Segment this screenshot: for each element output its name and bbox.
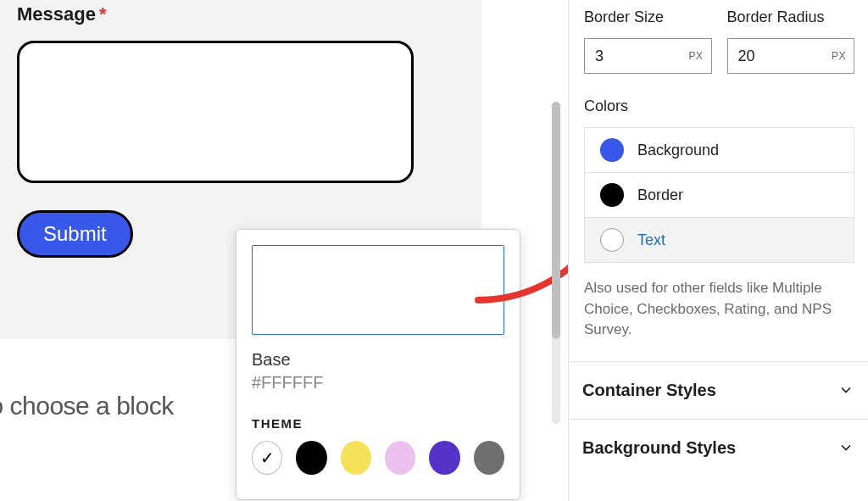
message-textarea[interactable]	[17, 41, 414, 183]
scrollbar-thumb[interactable]	[552, 102, 560, 339]
color-row-text-label: Text	[637, 231, 665, 249]
container-styles-label: Container Styles	[582, 381, 716, 400]
border-radius-label: Border Radius	[727, 8, 855, 26]
theme-heading: THEME	[252, 416, 504, 431]
color-name-label: Base	[252, 350, 504, 370]
theme-swatch-white[interactable]: ✓	[252, 441, 282, 475]
theme-swatch-purple[interactable]	[429, 441, 459, 475]
border-size-label: Border Size	[584, 8, 712, 26]
container-styles-section[interactable]: Container Styles	[569, 361, 868, 419]
text-swatch-icon	[600, 228, 624, 252]
color-row-background-label: Background	[637, 142, 719, 159]
settings-sidebar: Border Size PX Border Radius PX Colors	[568, 0, 868, 501]
theme-swatch-black[interactable]	[296, 441, 326, 475]
chevron-down-icon	[837, 439, 854, 456]
background-swatch-icon	[600, 138, 624, 162]
submit-button-label: Submit	[43, 222, 107, 246]
submit-button[interactable]: Submit	[17, 210, 133, 258]
colors-heading: Colors	[584, 97, 854, 115]
block-chooser-hint: e / to choose a block	[0, 392, 174, 420]
theme-swatch-lavender[interactable]	[385, 441, 415, 475]
color-row-border[interactable]: Border	[585, 173, 854, 218]
colors-list: Background Border Text	[584, 127, 854, 263]
scrollbar-track[interactable]	[552, 102, 560, 424]
chevron-down-icon	[837, 381, 854, 398]
px-suffix: PX	[688, 50, 703, 62]
color-row-text[interactable]: Text	[585, 218, 854, 262]
theme-swatch-row: ✓	[252, 441, 504, 475]
color-row-background[interactable]: Background	[585, 128, 854, 173]
theme-swatch-yellow[interactable]	[341, 441, 371, 475]
color-hex-value: #FFFFFF	[252, 373, 504, 392]
color-usage-note: Also used for other fields like Multiple…	[584, 278, 854, 341]
message-label-text: Message	[17, 3, 96, 25]
message-field-label: Message*	[17, 3, 492, 25]
background-styles-label: Background Styles	[582, 438, 736, 458]
check-icon: ✓	[260, 448, 275, 468]
px-suffix: PX	[832, 50, 846, 62]
color-row-border-label: Border	[637, 186, 683, 204]
color-preview-area[interactable]	[252, 245, 504, 335]
color-picker-popover: Base #FFFFFF THEME ✓	[236, 229, 520, 500]
theme-swatch-grey[interactable]	[474, 441, 504, 475]
required-marker: *	[99, 3, 107, 25]
background-styles-section[interactable]: Background Styles	[569, 419, 868, 476]
border-swatch-icon	[600, 183, 624, 207]
